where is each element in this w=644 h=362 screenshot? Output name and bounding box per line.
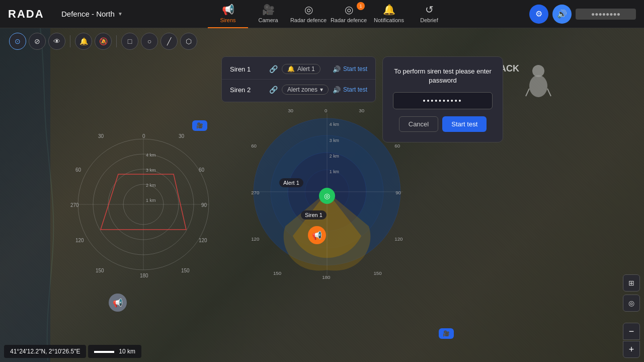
nav-tools: 📢 Sirens 🎥 Camera ◎ Radar defence ◎ Rada… (136, 0, 521, 28)
camera-marker-2[interactable]: 🎥 (439, 328, 454, 339)
svg-text:30: 30 (288, 108, 293, 113)
right-controls: ⊞ ◎ (623, 274, 640, 312)
tool-separator (70, 35, 70, 47)
svg-line-48 (526, 89, 529, 96)
siren1-icon: 📢 (312, 231, 322, 240)
svg-text:120: 120 (251, 236, 260, 242)
svg-text:2 km: 2 km (330, 154, 339, 159)
tool-circle[interactable]: ○ (141, 33, 158, 50)
svg-text:90: 90 (201, 202, 207, 208)
siren2-start-test-button[interactable]: 🔊 Start test (333, 86, 367, 94)
radar-icon: ◎ (324, 192, 330, 200)
defence-title[interactable]: Defence - North ▼ (55, 10, 136, 18)
siren2-row[interactable]: Siren 2 🔗 Alert zones ▾ 🔊 Start test (222, 80, 375, 100)
svg-text:3 km: 3 km (330, 138, 339, 143)
nav-tool-radar2-wrap: ◎ Radar defence 1 (329, 0, 369, 28)
svg-text:150: 150 (373, 270, 382, 276)
chevron-icon-2: ▾ (320, 86, 323, 93)
svg-text:30: 30 (98, 133, 104, 139)
siren2-dropdown-label: Siren 2 (230, 86, 265, 94)
modal-title: To perform siren test please enter passw… (393, 67, 493, 85)
siren1-row[interactable]: Siren 1 🔗 🔔 Alert 1 🔊 Start test (222, 59, 375, 80)
nav-tool-notifications-wrap: 🔔 Notifications (369, 0, 409, 28)
navbar: RADA Defence - North ▼ 📢 Sirens 🎥 Camera… (0, 0, 644, 28)
scale-text: 10 km (119, 348, 135, 355)
tool-square[interactable]: □ (121, 33, 138, 50)
nav-tool-camera[interactable]: 🎥 Camera (248, 0, 288, 28)
siren1-start-test-button[interactable]: 🔊 Start test (333, 65, 367, 73)
zoom-plus-button[interactable]: + (623, 341, 640, 358)
svg-text:150: 150 (181, 268, 190, 273)
logo: RADA (0, 8, 55, 21)
tool-target[interactable]: ⊙ (9, 33, 26, 50)
settings-button[interactable]: ⚙ (529, 5, 548, 24)
svg-text:4 km: 4 km (330, 122, 339, 127)
svg-text:30: 30 (179, 133, 185, 139)
nav-tool-radar1[interactable]: ◎ Radar defence (288, 0, 329, 28)
password-modal: To perform siren test please enter passw… (382, 56, 503, 142)
radar-left-svg: 0 30 30 60 60 270 90 120 120 150 150 180… (68, 129, 219, 280)
cancel-button[interactable]: Cancel (399, 116, 438, 132)
siren1-marker[interactable]: 📢 (308, 226, 326, 244)
svg-text:120: 120 (394, 236, 403, 242)
svg-text:180: 180 (322, 274, 331, 280)
siren1-alert-chip[interactable]: 🔔 Alert 1 (282, 64, 320, 74)
nav-tool-debrief[interactable]: ↺ Debrief (409, 0, 449, 28)
svg-text:0: 0 (142, 133, 145, 139)
nav-tool-notifications-label: Notifications (374, 17, 404, 23)
nav-tool-camera-label: Camera (258, 17, 278, 23)
nav-tool-radar1-label: Radar defence (290, 17, 327, 23)
radar-center-marker[interactable]: ◎ (319, 188, 335, 204)
radar1-icon: ◎ (304, 4, 313, 16)
siren2-marker[interactable]: 📢 (109, 294, 127, 312)
alert1-label: Alert 1 (279, 178, 303, 187)
siren1-start-test-label: Start test (343, 65, 367, 73)
nav-tool-sirens[interactable]: 📢 Sirens (208, 0, 248, 28)
modal-buttons: Cancel Start test (393, 116, 493, 132)
nav-tool-notifications[interactable]: 🔔 Notifications (369, 0, 409, 28)
start-test-button[interactable]: Start test (442, 116, 487, 132)
siren1-dropdown-label: Siren 1 (230, 65, 265, 73)
svg-text:4 km: 4 km (146, 153, 156, 158)
tool-separator2 (116, 35, 117, 47)
siren1-alert-text: Alert 1 (297, 65, 315, 73)
siren2-zones-chip[interactable]: Alert zones ▾ (282, 85, 329, 95)
camera-marker-1[interactable]: 🎥 (192, 120, 207, 131)
svg-text:1 km: 1 km (330, 169, 339, 174)
defence-title-text: Defence - North (61, 10, 115, 18)
svg-text:60: 60 (199, 167, 205, 173)
zoom-minus-button[interactable]: − (623, 323, 640, 340)
tool-bell[interactable]: 🔔 (75, 33, 92, 50)
toolbar: ⊙ ⊘ 👁 🔔 🔕 □ ○ ╱ ⬡ (3, 31, 644, 51)
link-icon-1: 🔗 (269, 65, 278, 73)
svg-text:90: 90 (395, 190, 401, 195)
svg-text:60: 60 (75, 167, 82, 173)
tool-line[interactable]: ╱ (160, 33, 178, 50)
radar2-icon: ◎ (345, 4, 353, 16)
tool-polygon[interactable]: ⬡ (180, 33, 197, 50)
handala-icon (523, 63, 553, 99)
nav-tool-sirens-wrap: 📢 Sirens (208, 0, 248, 28)
tool-bell-off[interactable]: 🔕 (95, 33, 112, 50)
speaker-icon-2: 🔊 (333, 86, 341, 94)
scale: 10 km (88, 345, 141, 358)
siren2-icon: 📢 (113, 298, 123, 308)
siren2-start-test-label: Start test (343, 86, 367, 93)
radar2-badge: 1 (357, 2, 365, 10)
debrief-icon: ↺ (425, 4, 434, 16)
layers-button[interactable]: ⊞ (623, 274, 640, 292)
svg-text:270: 270 (251, 190, 260, 195)
siren-dropdown: Siren 1 🔗 🔔 Alert 1 🔊 Start test Siren 2… (221, 56, 376, 102)
compass-button[interactable]: ◎ (623, 295, 640, 312)
chevron-down-icon: ▼ (118, 11, 123, 17)
sound-button[interactable]: 🔊 (552, 5, 572, 24)
link-icon-2: 🔗 (269, 86, 278, 94)
camera2-icon: 🎥 (443, 330, 450, 337)
camera1-icon: 🎥 (196, 122, 203, 129)
tool-filter[interactable]: ⊘ (29, 33, 46, 50)
tool-eye[interactable]: 👁 (48, 33, 65, 50)
svg-text:180: 180 (140, 273, 148, 278)
password-input[interactable] (393, 92, 493, 109)
svg-text:3 km: 3 km (146, 168, 156, 173)
zoom-controls: − + (623, 323, 640, 358)
